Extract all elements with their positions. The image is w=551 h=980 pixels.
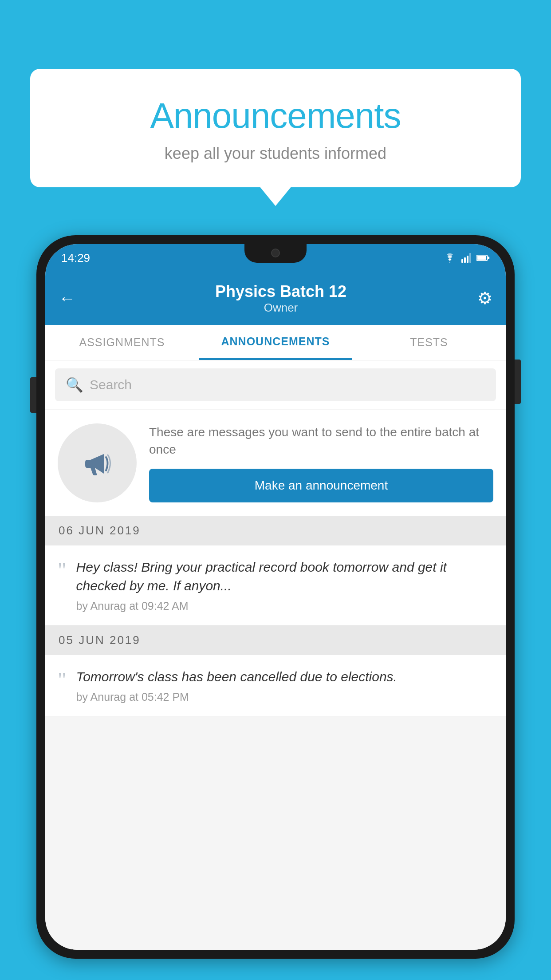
speech-bubble: Announcements keep all your students inf… [30, 69, 521, 187]
search-placeholder: Search [90, 377, 132, 392]
quote-icon-2: " [58, 669, 67, 691]
speech-bubble-subtitle: keep all your students informed [52, 144, 499, 163]
header-center: Physics Batch 12 Owner [84, 282, 477, 315]
date-text-2: 05 JUN 2019 [59, 633, 141, 647]
app-header: ← Physics Batch 12 Owner ⚙ [45, 272, 506, 325]
phone-screen: 14:29 [45, 244, 506, 950]
search-icon: 🔍 [66, 376, 83, 393]
promo-right: These are messages you want to send to t… [149, 423, 493, 502]
svg-rect-5 [477, 256, 486, 260]
svg-rect-2 [467, 256, 468, 263]
back-button[interactable]: ← [59, 289, 75, 308]
date-text-1: 06 JUN 2019 [59, 524, 141, 537]
speech-bubble-container: Announcements keep all your students inf… [30, 69, 521, 187]
svg-rect-3 [469, 253, 471, 263]
content-area: 🔍 Search These are messages you [45, 360, 506, 950]
message-text-2: Tomorrow's class has been cancelled due … [76, 668, 493, 686]
megaphone-circle [58, 423, 137, 502]
date-separator-2: 05 JUN 2019 [45, 625, 506, 655]
tab-announcements[interactable]: ANNOUNCEMENTS [199, 325, 352, 360]
signal-icon [461, 253, 471, 263]
message-author-1: by Anurag at 09:42 AM [76, 600, 493, 612]
status-icons [444, 253, 490, 263]
svg-rect-0 [461, 259, 463, 263]
status-time: 14:29 [61, 251, 90, 265]
phone-container: 14:29 [36, 235, 515, 959]
camera [271, 249, 280, 257]
message-item-2[interactable]: " Tomorrow's class has been cancelled du… [45, 655, 506, 716]
tab-assignments[interactable]: ASSIGNMENTS [45, 325, 199, 360]
date-separator-1: 06 JUN 2019 [45, 516, 506, 545]
wifi-icon [444, 253, 456, 263]
search-bar[interactable]: 🔍 Search [55, 368, 496, 401]
notch [244, 244, 307, 263]
message-item-1[interactable]: " Hey class! Bring your practical record… [45, 545, 506, 625]
message-content-1: Hey class! Bring your practical record b… [76, 558, 493, 612]
svg-rect-1 [464, 257, 466, 263]
speech-bubble-title: Announcements [52, 95, 499, 136]
battery-icon [476, 254, 490, 262]
tab-tests[interactable]: TESTS [352, 325, 506, 360]
settings-icon[interactable]: ⚙ [477, 288, 492, 308]
quote-icon-1: " [58, 560, 67, 581]
message-text-1: Hey class! Bring your practical record b… [76, 558, 493, 595]
make-announcement-button[interactable]: Make an announcement [149, 469, 493, 502]
header-subtitle: Owner [84, 301, 477, 315]
megaphone-icon [77, 443, 117, 483]
svg-rect-6 [488, 257, 490, 259]
promo-description: These are messages you want to send to t… [149, 423, 493, 458]
message-content-2: Tomorrow's class has been cancelled due … [76, 668, 493, 703]
message-author-2: by Anurag at 05:42 PM [76, 691, 493, 703]
phone-outer: 14:29 [36, 235, 515, 959]
announcement-promo: These are messages you want to send to t… [45, 410, 506, 516]
tab-bar: ASSIGNMENTS ANNOUNCEMENTS TESTS [45, 325, 506, 360]
search-bar-container: 🔍 Search [45, 360, 506, 409]
header-title: Physics Batch 12 [84, 282, 477, 301]
